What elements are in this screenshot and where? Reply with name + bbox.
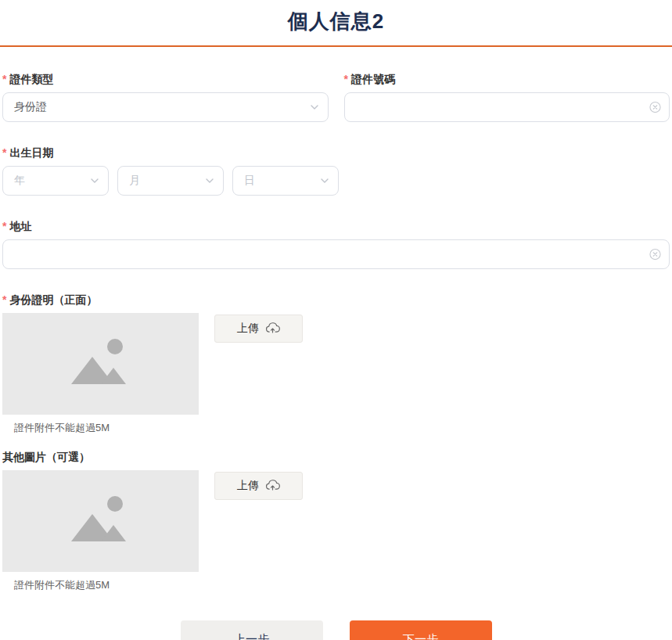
id-front-field: *身份證明（正面） 上傳 (2, 293, 670, 435)
chevron-down-icon (89, 175, 100, 186)
birth-date-label-text: 出生日期 (9, 146, 53, 159)
required-marker: * (2, 220, 6, 232)
clear-circle-icon[interactable] (649, 249, 661, 261)
cloud-upload-icon (265, 479, 280, 494)
chevron-down-icon (204, 175, 215, 186)
year-placeholder: 年 (14, 174, 97, 188)
id-front-label: *身份證明（正面） (2, 293, 670, 306)
doc-type-selected-value: 身份證 (14, 100, 317, 114)
other-image-upload-hint: 證件附件不能超過5M (2, 578, 670, 592)
other-image-upload-row: 上傳 (2, 470, 670, 572)
id-front-upload-row: 上傳 (2, 313, 670, 415)
other-image-upload-button[interactable]: 上傳 (214, 472, 303, 500)
page-title: 個人信息2 (0, 8, 672, 35)
other-image-label-text: 其他圖片（可選） (2, 451, 90, 463)
required-marker: * (2, 293, 6, 306)
other-image-preview (2, 470, 199, 572)
birth-date-label: *出生日期 (2, 146, 670, 159)
cloud-upload-icon (265, 322, 280, 336)
previous-step-button[interactable]: 上一步 (181, 620, 323, 640)
personal-info-form-page: 個人信息2 *證件類型 身份證 *證件號碼 (0, 0, 672, 640)
doc-number-label-text: 證件號碼 (351, 73, 395, 85)
address-label: *地址 (2, 220, 670, 232)
accent-divider (0, 45, 672, 47)
doc-row: *證件類型 身份證 *證件號碼 (2, 73, 670, 122)
id-front-image-preview (2, 313, 199, 415)
chevron-down-icon (309, 102, 320, 113)
other-image-field: 其他圖片（可選） 上傳 (2, 451, 670, 592)
day-placeholder: 日 (244, 174, 327, 188)
id-front-label-text: 身份證明（正面） (9, 293, 97, 306)
other-image-label: 其他圖片（可選） (2, 451, 670, 463)
required-marker: * (2, 73, 6, 85)
doc-number-field: *證件號碼 (344, 73, 670, 122)
doc-number-input[interactable] (356, 101, 659, 113)
doc-number-label: *證件號碼 (344, 73, 670, 85)
doc-type-label-text: 證件類型 (9, 73, 53, 85)
birth-date-field: *出生日期 年 月 日 (2, 146, 670, 196)
doc-type-select[interactable]: 身份證 (2, 92, 329, 122)
doc-type-label: *證件類型 (2, 73, 329, 85)
required-marker: * (2, 146, 6, 159)
doc-number-input-wrap (344, 92, 670, 122)
birth-date-selects: 年 月 日 (2, 166, 670, 196)
address-input[interactable] (14, 248, 658, 261)
next-step-button[interactable]: 下一步 (350, 620, 492, 640)
doc-type-field: *證件類型 身份證 (2, 73, 329, 122)
image-placeholder-icon (63, 336, 138, 392)
address-input-wrap (2, 239, 670, 269)
month-placeholder: 月 (129, 174, 212, 188)
page-header: 個人信息2 (0, 0, 672, 35)
upload-button-label: 上傳 (237, 322, 259, 336)
address-label-text: 地址 (9, 220, 31, 232)
day-select[interactable]: 日 (232, 166, 339, 196)
chevron-down-icon (319, 175, 330, 186)
address-field: *地址 (2, 220, 670, 269)
month-select[interactable]: 月 (117, 166, 224, 196)
personal-info-form: *證件類型 身份證 *證件號碼 (0, 73, 672, 640)
upload-button-label: 上傳 (237, 479, 259, 493)
year-select[interactable]: 年 (2, 166, 109, 196)
id-front-upload-hint: 證件附件不能超過5M (2, 421, 670, 435)
form-footer: 上一步 下一步 (2, 620, 670, 640)
required-marker: * (344, 73, 348, 85)
image-placeholder-icon (63, 493, 138, 549)
id-front-upload-button[interactable]: 上傳 (214, 315, 303, 343)
clear-circle-icon[interactable] (649, 102, 661, 113)
